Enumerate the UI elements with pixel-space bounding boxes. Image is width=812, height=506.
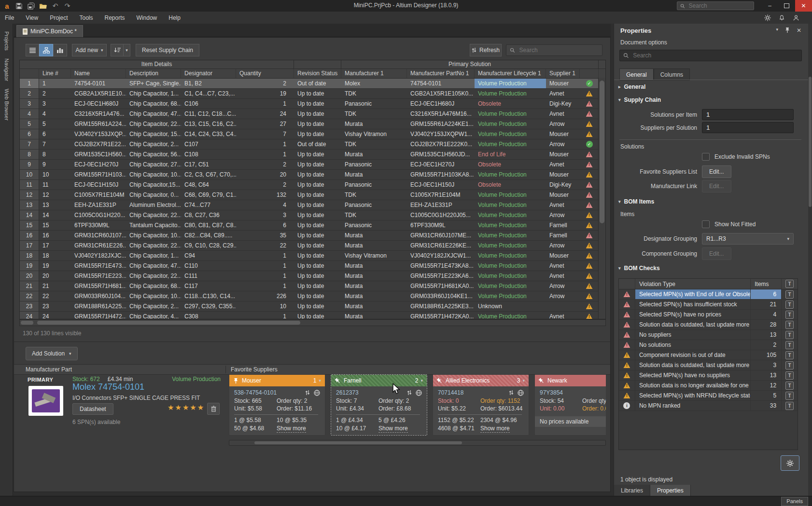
supplier-card-farnell[interactable]: Farnell2▾2612373Stock: 7Order qty: 2Unit… (331, 374, 427, 436)
globe-icon[interactable] (518, 390, 524, 396)
show-more-link[interactable]: Show more (480, 425, 510, 433)
tab-libraries[interactable]: Libraries (614, 485, 650, 496)
table-row[interactable]: 2424GRM155R71H472...Chip Capacitor, 4...… (20, 312, 605, 319)
rail-tab-navigator[interactable]: Navigator (3, 58, 10, 81)
table-row[interactable]: 1174754-0101SFP+ Cage, Single...B1, B22O… (20, 79, 605, 89)
supplier-sku[interactable]: 2612373 (336, 389, 359, 396)
save-icon[interactable] (15, 2, 23, 10)
menu-item-reports[interactable]: Reports (105, 14, 125, 21)
datasheet-button[interactable]: Datasheet (72, 403, 113, 415)
bom-search[interactable] (506, 44, 602, 56)
supplier-card-header[interactable]: Mouser1▾ (229, 375, 325, 386)
refresh-button[interactable]: Refresh (470, 44, 502, 56)
table-row[interactable]: 1616GRM31CR60J107...Chip Capacitor, 10..… (20, 231, 605, 241)
bom-check-row[interactable]: !Selected SPN(s) have no prices4T (619, 310, 798, 320)
table-row[interactable]: 1111ECJ-0EC1H150JChip Capacitor,15...C48… (20, 180, 605, 190)
filter-icon[interactable]: T (785, 301, 794, 309)
table-row[interactable]: 1818VJ0402Y182JXJC...Chip Capacitor, 1..… (20, 251, 605, 261)
filter-icon[interactable]: T (785, 392, 794, 400)
part-rating-stars[interactable]: ★★★★★ (168, 403, 205, 412)
menu-item-tools[interactable]: Tools (80, 14, 93, 21)
table-row[interactable]: 2121GRM155R71H681...Chip Capacitor, 68..… (20, 281, 605, 291)
supplier-sku[interactable]: 70714418 (438, 389, 463, 396)
supplier-card-header[interactable]: Allied Electronics3▾ (433, 375, 529, 386)
delete-part-button[interactable] (207, 403, 220, 415)
column-header-manufacturer-1[interactable]: Manufacturer 1 (341, 69, 407, 78)
bom-check-row[interactable]: !Solution data is outdated, last update … (619, 320, 798, 330)
manufacturer-link-edit-button[interactable]: Edit... (702, 180, 731, 192)
bom-check-row[interactable]: !Solution data is outdated, last update … (619, 360, 798, 370)
statistics-view-button[interactable] (53, 44, 67, 56)
user-profile-icon[interactable] (793, 14, 799, 21)
table-row[interactable]: 2222GRM033R60J104...Chip Capacitor, 10..… (20, 291, 605, 301)
menu-item-project[interactable]: Project (50, 14, 68, 21)
properties-search-input[interactable] (632, 52, 798, 59)
table-row[interactable]: 77CGJ2B2X7R1E22...Chip Capacitor, 2...C1… (20, 139, 605, 150)
column-header-manufacturer-lifecycle-1[interactable]: Manufacturer Lifecycle 1 (475, 69, 546, 78)
scrollbar-thumb[interactable] (809, 77, 812, 207)
titlebar-search[interactable] (677, 1, 754, 10)
table-row[interactable]: 1313EEH-ZA1E331PAluminum Electrol...C74.… (20, 200, 605, 210)
doc-tab-bomdoc[interactable]: MiniPC.BomDoc * (16, 25, 83, 37)
globe-icon[interactable] (314, 390, 320, 396)
column-header-revision-status[interactable]: Revision Status (294, 69, 341, 78)
section-bom-items[interactable]: ▾ BOM Items (618, 198, 654, 205)
add-solution-button[interactable]: Add Solution ▾ (26, 347, 78, 360)
column-header-designator[interactable]: Designator (181, 69, 236, 78)
filter-icon[interactable]: T (785, 290, 794, 299)
scrollbar-thumb[interactable] (37, 321, 300, 325)
sort-dropdown-button[interactable]: ▾ (123, 44, 130, 56)
table-row[interactable]: 1414C1005C0G1H220...Chip Capacitor, 22..… (20, 210, 605, 220)
table-horizontal-scrollbar[interactable] (19, 319, 606, 326)
supplier-rank-dropdown[interactable]: 1▾ (313, 377, 321, 384)
section-general[interactable]: ▸ General (618, 83, 645, 90)
save-all-icon[interactable] (27, 2, 35, 10)
column-header-description[interactable]: Description (126, 69, 181, 78)
show-more-link[interactable]: Show more (378, 425, 408, 433)
section-bom-checks[interactable]: ▾ BOM Checks (618, 265, 660, 272)
reset-supply-chain-button[interactable]: Reset Supply Chain (136, 44, 199, 56)
table-row[interactable]: 2323GRM188R61A225...Chip Capacitor, 2...… (20, 301, 605, 312)
designator-grouping-select[interactable]: R1...R3 ▾ (702, 233, 794, 245)
favorite-suppliers-edit-button[interactable]: Edit... (702, 165, 731, 178)
panel-pin-icon[interactable] (785, 27, 790, 34)
swap-supplier-icon[interactable] (305, 390, 310, 396)
menu-item-view[interactable]: View (26, 14, 38, 21)
supplier-rank-dropdown[interactable]: 2▾ (415, 377, 423, 384)
table-row[interactable]: 15156TPF330M9LTantalum Capacito...C80, C… (20, 220, 605, 231)
scrollbar-thumb[interactable] (600, 81, 604, 223)
filter-icon[interactable]: T (785, 321, 794, 329)
panels-button[interactable]: Panels (781, 497, 808, 506)
globe-icon[interactable] (416, 390, 422, 396)
panel-close-icon[interactable]: ✕ (797, 27, 801, 34)
supplier-sku[interactable]: 538-74754-0101 (234, 389, 277, 396)
supplier-card-allied-electronics[interactable]: Allied Electronics3▾70714418Stock: 0Orde… (433, 374, 529, 436)
bom-check-row[interactable]: !No solutions2T (619, 340, 798, 350)
bom-checks-settings-button[interactable] (781, 455, 799, 471)
section-supply-chain[interactable]: ▾ Supply Chain (618, 96, 661, 103)
filter-icon[interactable]: T (785, 351, 794, 359)
bom-check-row[interactable]: iNo MPN ranked33T (619, 401, 798, 411)
menu-item-file[interactable]: File (5, 14, 14, 21)
table-row[interactable]: 55GRM155R61A224...Chip Capacitor, 22...C… (20, 119, 605, 129)
supplier-card-mouser[interactable]: Mouser1▾538-74754-0101Stock: 665Order qt… (229, 374, 325, 436)
close-button[interactable]: ✕ (795, 0, 812, 12)
bom-check-row[interactable]: !Solution data is no longer available fo… (619, 381, 798, 391)
supplier-card-header[interactable]: Newark4▾ (535, 375, 606, 386)
show-not-fitted-checkbox[interactable] (702, 220, 710, 228)
table-row[interactable]: 2020GRM155R71E223...Chip Capacitor, 22..… (20, 271, 605, 281)
table-row[interactable]: 33ECJ-0EC1H680JChip Capacitor, 68...C106… (20, 99, 605, 109)
supplier-card-newark[interactable]: Newark4▾97Y3854Stock: 54Order qty:Unit: … (534, 374, 606, 436)
table-row[interactable]: 1717GRM31CR61E226...Chip Capacitor, 22..… (20, 241, 605, 251)
column-header-quantity[interactable]: Quantity (236, 69, 294, 78)
rail-tab-web-browser[interactable]: Web Browser (3, 89, 10, 121)
filter-icon[interactable]: T (785, 311, 794, 319)
column-header-manufacturer-partno-1[interactable]: Manufacturer PartNo 1 (407, 69, 475, 78)
bom-check-row[interactable]: !Selected MPN(s) with NRFND lifecycle st… (619, 391, 798, 401)
bom-check-row[interactable]: !Selected MPN(s) with End of Life or Obs… (619, 289, 798, 300)
supply-chain-view-button[interactable] (39, 44, 53, 56)
titlebar-search-input[interactable] (688, 2, 751, 10)
rail-tab-projects[interactable]: Projects (3, 31, 10, 51)
component-grouping-edit-button[interactable]: Edit... (702, 247, 731, 260)
supplier-card-header[interactable]: Farnell2▾ (331, 375, 427, 386)
